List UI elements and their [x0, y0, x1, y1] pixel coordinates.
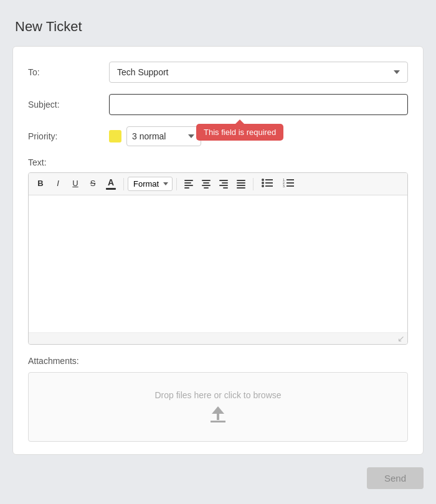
font-color-button[interactable]: A [102, 175, 120, 192]
subject-label: Subject: [28, 100, 109, 110]
subject-input[interactable] [109, 94, 408, 115]
text-label-row: Text: [28, 157, 408, 167]
font-color-label: A [108, 177, 114, 187]
text-label: Text: [28, 157, 47, 167]
ordered-list-button[interactable]: 1. 2. 3. [278, 176, 298, 192]
priority-label: Priority: [28, 131, 109, 141]
page-title: New Ticket [12, 19, 424, 35]
svg-rect-7 [287, 179, 294, 180]
error-message: This field is required [204, 128, 276, 137]
align-right-icon [219, 180, 228, 189]
page-container: New Ticket To: Tech Support Subject: Pri… [12, 19, 424, 489]
subject-row: Subject: [28, 94, 408, 115]
upload-arrow-base [211, 421, 225, 422]
align-center-button[interactable] [198, 177, 214, 191]
priority-select[interactable]: 3 normal [126, 126, 201, 146]
editor-toolbar: B I U S A Format [29, 173, 407, 195]
svg-rect-11 [287, 185, 294, 187]
form-footer: Send [12, 467, 424, 489]
svg-rect-3 [265, 182, 273, 184]
svg-point-4 [262, 185, 264, 187]
send-button[interactable]: Send [367, 467, 424, 489]
toolbar-separator-1 [123, 178, 124, 190]
upload-arrow-head [212, 406, 224, 414]
svg-rect-1 [265, 179, 273, 180]
to-label: To: [28, 67, 109, 77]
unordered-list-icon [262, 179, 273, 187]
align-justify-icon [237, 180, 245, 189]
align-justify-button[interactable] [233, 177, 249, 191]
bold-button[interactable]: B [32, 175, 49, 192]
upload-arrow-shaft [217, 414, 219, 420]
to-select[interactable]: Tech Support [109, 62, 408, 83]
priority-field: 3 normal This field is required [109, 126, 201, 146]
priority-row: Priority: 3 normal This field is require… [28, 126, 408, 146]
align-center-icon [202, 180, 211, 189]
priority-color-box [109, 130, 121, 142]
align-left-button[interactable] [181, 177, 197, 191]
svg-text:3.: 3. [283, 184, 285, 187]
drop-text: Drop files here or click to browse [41, 390, 395, 400]
resize-icon: ↙ [397, 334, 405, 343]
svg-point-2 [262, 182, 264, 184]
toolbar-separator-2 [176, 178, 177, 190]
upload-icon [41, 406, 395, 424]
toolbar-separator-3 [253, 178, 254, 190]
editor-resize-handle: ↙ [29, 332, 407, 344]
to-row: To: Tech Support [28, 62, 408, 83]
align-left-icon [184, 180, 193, 189]
svg-point-0 [262, 179, 264, 181]
form-card: To: Tech Support Subject: Priority: 3 no… [12, 46, 424, 455]
font-color-indicator [106, 188, 116, 190]
error-tooltip: This field is required [196, 124, 283, 141]
svg-rect-5 [265, 185, 273, 187]
strikethrough-button[interactable]: S [85, 175, 101, 192]
ordered-list-icon: 1. 2. 3. [283, 179, 294, 187]
to-field: Tech Support [109, 62, 408, 83]
svg-rect-9 [287, 182, 294, 184]
subject-field [109, 94, 408, 115]
unordered-list-button[interactable] [257, 176, 277, 192]
attachments-drop[interactable]: Drop files here or click to browse [28, 372, 408, 442]
upload-arrow [209, 406, 227, 424]
align-right-button[interactable] [216, 177, 232, 191]
underline-button[interactable]: U [67, 175, 83, 192]
editor-container: B I U S A Format [28, 172, 408, 345]
italic-button[interactable]: I [50, 175, 66, 192]
attachments-label: Attachments: [28, 356, 408, 366]
editor-body[interactable] [29, 195, 407, 332]
format-select[interactable]: Format [128, 177, 173, 191]
